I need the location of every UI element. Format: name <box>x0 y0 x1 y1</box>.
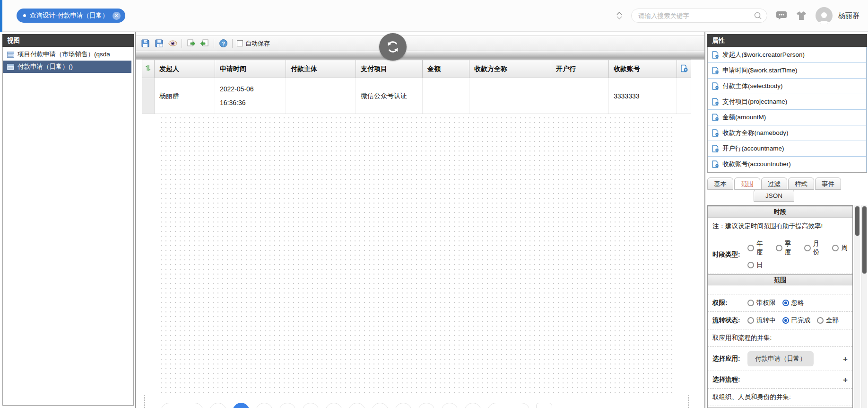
autosave-checkbox[interactable] <box>237 40 243 46</box>
pagination-page-button[interactable] <box>279 403 296 408</box>
field-item-amount[interactable]: 金额(amountM) <box>708 109 867 125</box>
radio-day[interactable]: 日 <box>747 261 763 269</box>
view-item-daily-payment[interactable]: 付款申请（日常）() <box>3 61 131 73</box>
search-icon[interactable] <box>754 11 762 20</box>
radio-label: 已完成 <box>791 316 811 325</box>
pagination-prev-button[interactable] <box>161 403 203 408</box>
column-header-payee-name[interactable]: 收款方全称 <box>469 60 551 78</box>
outer-scrollbar[interactable] <box>861 205 867 408</box>
pagination-page-button[interactable] <box>348 403 365 408</box>
column-header-amount[interactable]: 金额 <box>423 60 469 78</box>
outer-scrollbar-thumb[interactable] <box>862 206 867 274</box>
radio-dot <box>782 317 789 324</box>
field-item-payee-name[interactable]: 收款方全称(namebody) <box>708 125 867 141</box>
person-icon <box>817 10 831 24</box>
radio-in-progress[interactable]: 流转中 <box>747 316 776 325</box>
pagination-page-button[interactable] <box>418 403 435 408</box>
design-canvas-area: ? 自动保存 发起人 申请时间 付款主体 支付项目 金额 <box>136 32 704 408</box>
column-header-apply-time[interactable]: 申请时间 <box>215 60 286 78</box>
pagination-page-button[interactable] <box>256 403 273 408</box>
tab-json[interactable]: JSON <box>754 189 794 202</box>
export-button[interactable] <box>186 39 196 48</box>
user-name: 杨丽群 <box>838 11 859 20</box>
radio-week[interactable]: 周 <box>832 244 848 252</box>
refresh-sort-header[interactable] <box>142 60 155 78</box>
radio-dot <box>747 317 754 324</box>
global-search-box[interactable] <box>631 9 767 23</box>
designer-toolbar: ? 自动保存 <box>136 35 704 51</box>
pagination-page-button-active[interactable] <box>233 403 250 408</box>
save-button[interactable] <box>140 39 150 48</box>
pagination-page-button[interactable] <box>441 403 458 408</box>
cell-account: 3333333 <box>609 78 677 114</box>
import-button[interactable] <box>200 39 209 48</box>
column-header-pay-project[interactable]: 支付项目 <box>356 60 423 78</box>
field-doc-icon <box>712 98 719 106</box>
field-item-account[interactable]: 收款账号(accountnuber) <box>708 156 867 172</box>
column-header-initiator[interactable]: 发起人 <box>155 60 215 78</box>
radio-completed[interactable]: 已完成 <box>782 316 811 325</box>
field-item-bank[interactable]: 开户行(accountname) <box>708 141 867 157</box>
preview-button[interactable] <box>168 39 177 48</box>
column-header-pay-subject[interactable]: 付款主体 <box>286 60 356 78</box>
pagination-page-button[interactable] <box>464 403 481 408</box>
selected-app-chip[interactable]: 付款申请（日常） <box>747 351 814 366</box>
svg-text:?: ? <box>222 41 225 46</box>
column-header-account[interactable]: 收款账号 <box>609 60 677 78</box>
field-item-label: 支付项目(projectname) <box>722 98 787 106</box>
inner-scrollbar[interactable] <box>854 205 860 408</box>
field-item-label: 金额(amountM) <box>722 113 766 122</box>
field-item-pay-subject[interactable]: 付款主体(selectbody) <box>708 78 867 94</box>
open-document-tab[interactable]: 查询设计-付款申请（日常） ✕ <box>17 9 125 23</box>
cell-pay-project: 微信公众号认证 <box>356 78 423 114</box>
radio-all-status[interactable]: 全部 <box>817 316 839 325</box>
theme-shirt-icon[interactable] <box>796 10 807 21</box>
radio-month[interactable]: 月份 <box>804 239 826 257</box>
add-app-button[interactable]: + <box>843 355 848 363</box>
design-grid-dots <box>159 115 676 394</box>
view-item-project-payment[interactable]: 项目付款申请（市场销售）(qsda <box>3 48 133 61</box>
pagination-page-button[interactable] <box>372 403 389 408</box>
pagination-page-button[interactable] <box>302 403 319 408</box>
radio-quarter[interactable]: 季度 <box>776 239 798 257</box>
view-table-icon <box>7 52 14 58</box>
add-column-header[interactable] <box>677 60 691 78</box>
tab-style[interactable]: 样式 <box>788 177 814 190</box>
pagination-page-button[interactable] <box>209 403 226 408</box>
field-item-pay-project[interactable]: 支付项目(projectname) <box>708 94 867 110</box>
autosave-toggle[interactable]: 自动保存 <box>237 39 270 48</box>
pagination-next-button[interactable] <box>487 403 530 408</box>
search-input[interactable] <box>638 12 754 19</box>
add-flow-button[interactable]: + <box>843 376 848 384</box>
column-header-bank[interactable]: 开户行 <box>551 60 609 78</box>
radio-year[interactable]: 年度 <box>747 239 769 257</box>
inner-scrollbar-thumb[interactable] <box>855 206 859 236</box>
field-item-label: 付款主体(selectbody) <box>722 82 783 90</box>
tab-filter[interactable]: 过滤 <box>761 177 787 190</box>
radio-ignore-permission[interactable]: 忽略 <box>782 299 804 307</box>
pagination-page-button[interactable] <box>325 403 342 408</box>
pagination-container <box>144 395 689 408</box>
collapse-expand-control[interactable] <box>616 11 623 20</box>
save-as-button[interactable] <box>154 39 164 48</box>
loading-refresh-spinner <box>379 33 407 61</box>
field-item-initiator[interactable]: 发起人($work.creatorPerson) <box>708 47 867 63</box>
close-icon[interactable]: ✕ <box>113 12 121 20</box>
user-avatar[interactable] <box>816 7 833 24</box>
tab-range[interactable]: 范围 <box>734 177 760 190</box>
pagination-page-button[interactable] <box>395 403 412 408</box>
export-icon <box>187 39 195 47</box>
radio-with-permission[interactable]: 带权限 <box>747 299 776 307</box>
grid-data-row[interactable]: 杨丽群 2022-05-06 16:36:36 微信公众号认证 3333333 <box>142 78 691 114</box>
field-item-apply-time[interactable]: 申请时间($work.startTime) <box>708 62 867 79</box>
cell-apply-date: 2022-05-06 <box>220 85 281 93</box>
panel-shade-band <box>136 51 704 60</box>
cell-bank <box>551 78 609 114</box>
tab-event[interactable]: 事件 <box>815 177 841 190</box>
messages-icon[interactable] <box>776 10 787 21</box>
time-type-row: 时段类型: 全部 范围 年度 季度 月份 周 日 <box>708 235 852 274</box>
help-button[interactable]: ? <box>218 39 228 48</box>
field-doc-icon <box>712 145 719 152</box>
pagination-jump-box[interactable] <box>536 403 552 408</box>
tab-basic[interactable]: 基本 <box>707 177 733 190</box>
